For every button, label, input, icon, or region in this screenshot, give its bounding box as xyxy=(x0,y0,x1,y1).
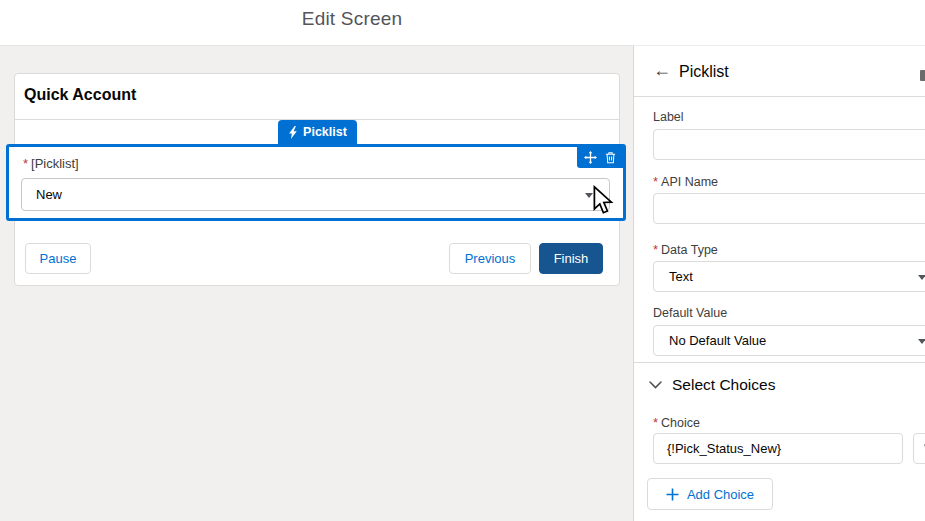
panel-header-partial-icon[interactable] xyxy=(920,70,925,81)
title-bar: Edit Screen xyxy=(0,0,925,45)
finish-button[interactable]: Finish xyxy=(539,243,603,274)
picklist-dropdown[interactable]: New xyxy=(21,178,610,211)
label-field-label: Label xyxy=(653,110,684,124)
dropdown-caret-icon xyxy=(918,275,925,280)
selected-picklist-component[interactable]: *[Picklist] New xyxy=(6,144,626,221)
data-type-field-label: *Data Type xyxy=(653,242,718,257)
component-badge-label: Picklist xyxy=(303,125,347,139)
back-arrow-icon[interactable]: ← xyxy=(653,61,671,79)
properties-panel-title: Picklist xyxy=(679,63,729,81)
screen-canvas-region: Quick Account Picklist xyxy=(0,45,633,521)
dialog-title: Edit Screen xyxy=(302,8,402,30)
delete-component-icon[interactable] xyxy=(605,151,616,164)
edit-screen-dialog: Edit Screen Quick Account Picklist xyxy=(0,0,925,521)
dropdown-caret-icon xyxy=(918,339,925,344)
default-value-combobox[interactable]: No Default Value xyxy=(653,325,925,356)
pause-button[interactable]: Pause xyxy=(25,243,91,274)
move-icon[interactable] xyxy=(584,151,597,164)
label-input[interactable] xyxy=(653,129,925,160)
data-type-combobox[interactable]: Text xyxy=(653,261,925,292)
plus-icon xyxy=(666,488,679,501)
properties-panel: ← Picklist Label *API Name *Data Type Te… xyxy=(633,45,925,521)
screen-heading: Quick Account xyxy=(24,86,136,104)
panel-divider xyxy=(634,362,925,363)
component-action-bar xyxy=(577,147,623,168)
dropdown-caret-icon xyxy=(585,193,593,198)
add-choice-button[interactable]: Add Choice xyxy=(647,478,773,510)
panel-divider xyxy=(634,96,925,97)
delete-choice-button[interactable] xyxy=(913,433,925,464)
choice-input[interactable] xyxy=(653,433,903,464)
lightning-bolt-icon xyxy=(288,126,297,139)
select-choices-heading: Select Choices xyxy=(672,376,775,394)
picklist-field-label: *[Picklist] xyxy=(23,156,79,171)
required-asterisk: * xyxy=(23,156,28,171)
api-name-input[interactable] xyxy=(653,193,925,224)
default-value-field-label: Default Value xyxy=(653,306,727,320)
component-type-badge: Picklist xyxy=(278,120,357,144)
picklist-selected-value: New xyxy=(36,187,62,202)
data-type-value: Text xyxy=(669,269,693,284)
api-name-field-label: *API Name xyxy=(653,174,718,189)
chevron-down-icon xyxy=(649,381,662,389)
select-choices-section-toggle[interactable]: Select Choices xyxy=(649,376,775,394)
previous-button[interactable]: Previous xyxy=(449,243,531,274)
screen-preview-card: Quick Account Picklist xyxy=(14,73,620,286)
add-choice-label: Add Choice xyxy=(687,487,754,502)
default-value-value: No Default Value xyxy=(669,333,766,348)
choice-field-label: *Choice xyxy=(653,415,700,430)
